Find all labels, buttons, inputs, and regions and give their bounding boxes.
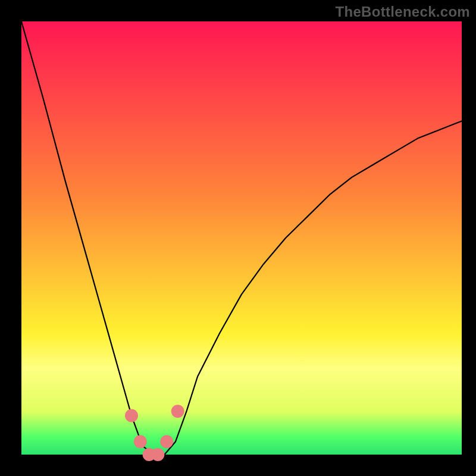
watermark-text: TheBottleneck.com (336, 4, 470, 20)
svg-point-7 (171, 405, 184, 418)
chart-container: TheBottleneck.com (0, 0, 476, 476)
svg-point-6 (160, 435, 173, 448)
svg-rect-1 (21, 21, 462, 455)
bottleneck-curve-chart (0, 0, 476, 476)
svg-point-3 (134, 435, 147, 448)
svg-point-2 (125, 409, 138, 422)
svg-point-5 (151, 448, 164, 461)
